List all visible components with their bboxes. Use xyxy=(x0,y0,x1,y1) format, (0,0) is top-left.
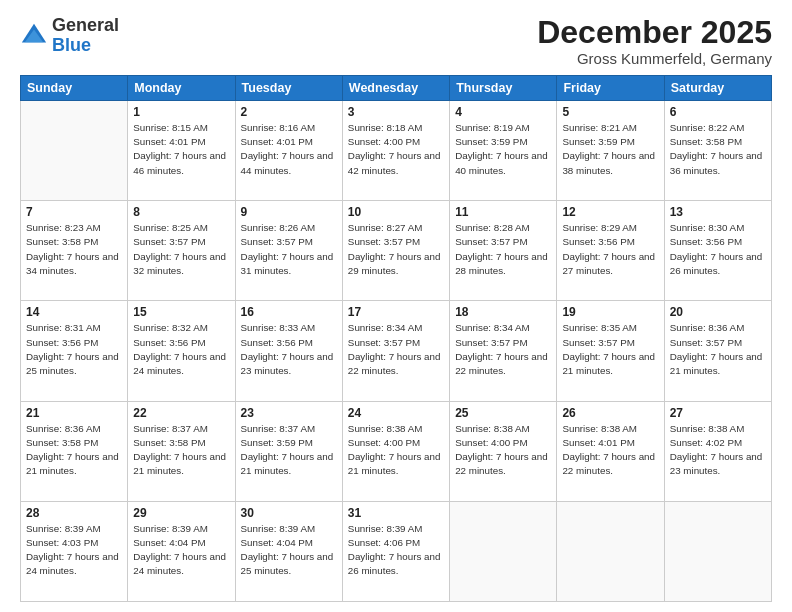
day-number: 24 xyxy=(348,406,444,420)
weekday-header-sunday: Sunday xyxy=(21,76,128,101)
day-number: 27 xyxy=(670,406,766,420)
cell-info: Sunrise: 8:35 AMSunset: 3:57 PMDaylight:… xyxy=(562,321,658,378)
cell-info: Sunrise: 8:39 AMSunset: 4:04 PMDaylight:… xyxy=(241,522,337,579)
day-number: 19 xyxy=(562,305,658,319)
cell-info: Sunrise: 8:21 AMSunset: 3:59 PMDaylight:… xyxy=(562,121,658,178)
location: Gross Kummerfeld, Germany xyxy=(537,50,772,67)
cell-info: Sunrise: 8:28 AMSunset: 3:57 PMDaylight:… xyxy=(455,221,551,278)
calendar-cell: 28Sunrise: 8:39 AMSunset: 4:03 PMDayligh… xyxy=(21,501,128,601)
cell-info: Sunrise: 8:19 AMSunset: 3:59 PMDaylight:… xyxy=(455,121,551,178)
cell-info: Sunrise: 8:36 AMSunset: 3:57 PMDaylight:… xyxy=(670,321,766,378)
calendar-cell: 27Sunrise: 8:38 AMSunset: 4:02 PMDayligh… xyxy=(664,401,771,501)
calendar-cell xyxy=(664,501,771,601)
cell-info: Sunrise: 8:26 AMSunset: 3:57 PMDaylight:… xyxy=(241,221,337,278)
day-number: 26 xyxy=(562,406,658,420)
calendar-cell xyxy=(557,501,664,601)
weekday-header-monday: Monday xyxy=(128,76,235,101)
day-number: 11 xyxy=(455,205,551,219)
cell-info: Sunrise: 8:25 AMSunset: 3:57 PMDaylight:… xyxy=(133,221,229,278)
cell-info: Sunrise: 8:36 AMSunset: 3:58 PMDaylight:… xyxy=(26,422,122,479)
day-number: 10 xyxy=(348,205,444,219)
calendar-cell: 17Sunrise: 8:34 AMSunset: 3:57 PMDayligh… xyxy=(342,301,449,401)
calendar-cell: 25Sunrise: 8:38 AMSunset: 4:00 PMDayligh… xyxy=(450,401,557,501)
weekday-header-friday: Friday xyxy=(557,76,664,101)
cell-info: Sunrise: 8:15 AMSunset: 4:01 PMDaylight:… xyxy=(133,121,229,178)
week-row-3: 14Sunrise: 8:31 AMSunset: 3:56 PMDayligh… xyxy=(21,301,772,401)
calendar-cell: 13Sunrise: 8:30 AMSunset: 3:56 PMDayligh… xyxy=(664,201,771,301)
calendar-cell: 29Sunrise: 8:39 AMSunset: 4:04 PMDayligh… xyxy=(128,501,235,601)
calendar-cell: 22Sunrise: 8:37 AMSunset: 3:58 PMDayligh… xyxy=(128,401,235,501)
cell-info: Sunrise: 8:16 AMSunset: 4:01 PMDaylight:… xyxy=(241,121,337,178)
day-number: 25 xyxy=(455,406,551,420)
day-number: 4 xyxy=(455,105,551,119)
page: General Blue December 2025 Gross Kummerf… xyxy=(0,0,792,612)
calendar-cell xyxy=(21,101,128,201)
week-row-1: 1Sunrise: 8:15 AMSunset: 4:01 PMDaylight… xyxy=(21,101,772,201)
day-number: 21 xyxy=(26,406,122,420)
cell-info: Sunrise: 8:33 AMSunset: 3:56 PMDaylight:… xyxy=(241,321,337,378)
calendar-cell: 31Sunrise: 8:39 AMSunset: 4:06 PMDayligh… xyxy=(342,501,449,601)
calendar-cell: 1Sunrise: 8:15 AMSunset: 4:01 PMDaylight… xyxy=(128,101,235,201)
calendar-cell: 12Sunrise: 8:29 AMSunset: 3:56 PMDayligh… xyxy=(557,201,664,301)
title-block: December 2025 Gross Kummerfeld, Germany xyxy=(537,16,772,67)
day-number: 23 xyxy=(241,406,337,420)
header-row: SundayMondayTuesdayWednesdayThursdayFrid… xyxy=(21,76,772,101)
calendar-cell: 7Sunrise: 8:23 AMSunset: 3:58 PMDaylight… xyxy=(21,201,128,301)
day-number: 2 xyxy=(241,105,337,119)
calendar-cell: 11Sunrise: 8:28 AMSunset: 3:57 PMDayligh… xyxy=(450,201,557,301)
calendar-cell: 4Sunrise: 8:19 AMSunset: 3:59 PMDaylight… xyxy=(450,101,557,201)
calendar-cell: 18Sunrise: 8:34 AMSunset: 3:57 PMDayligh… xyxy=(450,301,557,401)
calendar-cell: 16Sunrise: 8:33 AMSunset: 3:56 PMDayligh… xyxy=(235,301,342,401)
day-number: 29 xyxy=(133,506,229,520)
day-number: 22 xyxy=(133,406,229,420)
weekday-header-thursday: Thursday xyxy=(450,76,557,101)
day-number: 13 xyxy=(670,205,766,219)
calendar-cell: 8Sunrise: 8:25 AMSunset: 3:57 PMDaylight… xyxy=(128,201,235,301)
day-number: 30 xyxy=(241,506,337,520)
day-number: 15 xyxy=(133,305,229,319)
weekday-header-wednesday: Wednesday xyxy=(342,76,449,101)
weekday-header-tuesday: Tuesday xyxy=(235,76,342,101)
cell-info: Sunrise: 8:37 AMSunset: 3:59 PMDaylight:… xyxy=(241,422,337,479)
logo: General Blue xyxy=(20,16,119,56)
calendar-cell: 6Sunrise: 8:22 AMSunset: 3:58 PMDaylight… xyxy=(664,101,771,201)
cell-info: Sunrise: 8:38 AMSunset: 4:01 PMDaylight:… xyxy=(562,422,658,479)
month-title: December 2025 xyxy=(537,16,772,48)
day-number: 28 xyxy=(26,506,122,520)
cell-info: Sunrise: 8:38 AMSunset: 4:02 PMDaylight:… xyxy=(670,422,766,479)
day-number: 16 xyxy=(241,305,337,319)
cell-info: Sunrise: 8:39 AMSunset: 4:06 PMDaylight:… xyxy=(348,522,444,579)
cell-info: Sunrise: 8:34 AMSunset: 3:57 PMDaylight:… xyxy=(455,321,551,378)
logo-general: General xyxy=(52,15,119,35)
calendar-cell: 21Sunrise: 8:36 AMSunset: 3:58 PMDayligh… xyxy=(21,401,128,501)
calendar-cell: 10Sunrise: 8:27 AMSunset: 3:57 PMDayligh… xyxy=(342,201,449,301)
cell-info: Sunrise: 8:32 AMSunset: 3:56 PMDaylight:… xyxy=(133,321,229,378)
day-number: 12 xyxy=(562,205,658,219)
calendar-cell: 5Sunrise: 8:21 AMSunset: 3:59 PMDaylight… xyxy=(557,101,664,201)
calendar-cell: 23Sunrise: 8:37 AMSunset: 3:59 PMDayligh… xyxy=(235,401,342,501)
week-row-4: 21Sunrise: 8:36 AMSunset: 3:58 PMDayligh… xyxy=(21,401,772,501)
calendar-cell: 24Sunrise: 8:38 AMSunset: 4:00 PMDayligh… xyxy=(342,401,449,501)
day-number: 8 xyxy=(133,205,229,219)
day-number: 31 xyxy=(348,506,444,520)
week-row-2: 7Sunrise: 8:23 AMSunset: 3:58 PMDaylight… xyxy=(21,201,772,301)
day-number: 7 xyxy=(26,205,122,219)
calendar-cell: 2Sunrise: 8:16 AMSunset: 4:01 PMDaylight… xyxy=(235,101,342,201)
day-number: 3 xyxy=(348,105,444,119)
cell-info: Sunrise: 8:37 AMSunset: 3:58 PMDaylight:… xyxy=(133,422,229,479)
cell-info: Sunrise: 8:34 AMSunset: 3:57 PMDaylight:… xyxy=(348,321,444,378)
day-number: 1 xyxy=(133,105,229,119)
day-number: 20 xyxy=(670,305,766,319)
cell-info: Sunrise: 8:38 AMSunset: 4:00 PMDaylight:… xyxy=(455,422,551,479)
cell-info: Sunrise: 8:39 AMSunset: 4:03 PMDaylight:… xyxy=(26,522,122,579)
calendar-table: SundayMondayTuesdayWednesdayThursdayFrid… xyxy=(20,75,772,602)
calendar-cell: 30Sunrise: 8:39 AMSunset: 4:04 PMDayligh… xyxy=(235,501,342,601)
calendar-cell: 3Sunrise: 8:18 AMSunset: 4:00 PMDaylight… xyxy=(342,101,449,201)
day-number: 9 xyxy=(241,205,337,219)
logo-text: General Blue xyxy=(52,16,119,56)
cell-info: Sunrise: 8:30 AMSunset: 3:56 PMDaylight:… xyxy=(670,221,766,278)
day-number: 5 xyxy=(562,105,658,119)
calendar-cell: 26Sunrise: 8:38 AMSunset: 4:01 PMDayligh… xyxy=(557,401,664,501)
cell-info: Sunrise: 8:18 AMSunset: 4:00 PMDaylight:… xyxy=(348,121,444,178)
week-row-5: 28Sunrise: 8:39 AMSunset: 4:03 PMDayligh… xyxy=(21,501,772,601)
